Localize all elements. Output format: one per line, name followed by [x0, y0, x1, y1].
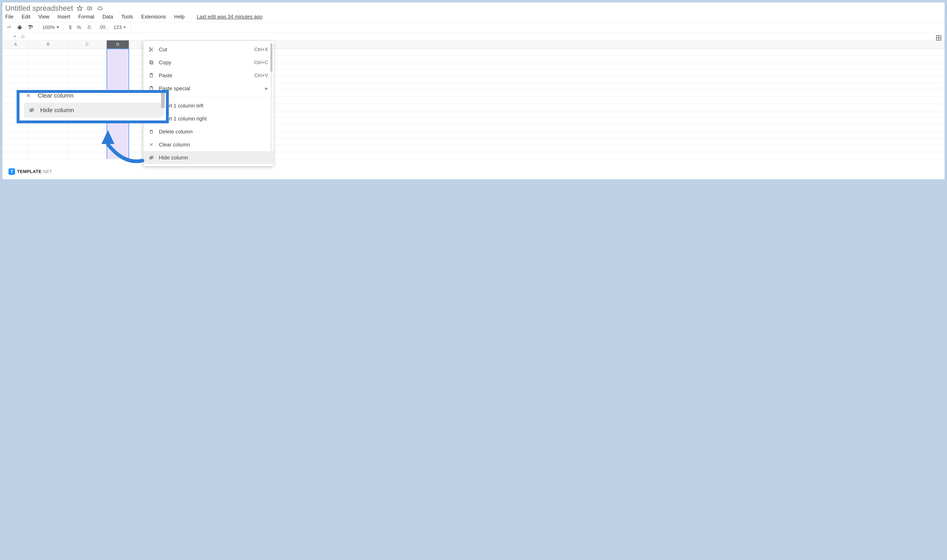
x-icon: [148, 142, 155, 147]
context-hide-column-label: Hide column: [159, 155, 268, 161]
context-insert-right-label: Insert 1 column right: [159, 115, 268, 122]
column-header-a[interactable]: A: [2, 40, 29, 48]
redo-icon[interactable]: [5, 25, 13, 30]
separator: [38, 24, 38, 31]
name-box[interactable]: [2, 33, 18, 40]
print-icon[interactable]: [16, 25, 23, 30]
last-edit-link[interactable]: Last edit was 34 minutes ago: [197, 14, 263, 20]
menu-data[interactable]: Data: [102, 14, 113, 20]
menu-format[interactable]: Format: [78, 14, 94, 20]
svg-point-5: [149, 50, 151, 52]
fx-label: fx: [18, 34, 28, 39]
cloud-icon[interactable]: [97, 6, 103, 11]
context-cut-label: Cut: [159, 46, 250, 53]
context-paste[interactable]: Paste Ctrl+V: [143, 69, 274, 82]
column-header-b[interactable]: B: [29, 40, 68, 48]
context-paste-label: Paste: [159, 72, 250, 79]
formula-bar: fx: [2, 33, 945, 40]
context-insert-left-label: Insert 1 column left: [159, 103, 268, 109]
context-paste-shortcut: Ctrl+V: [254, 72, 268, 78]
move-icon[interactable]: [86, 6, 93, 11]
context-hide-column[interactable]: Hide column: [143, 151, 274, 164]
context-cut[interactable]: Cut Ctrl+X: [143, 43, 274, 56]
more-formats[interactable]: 123: [112, 24, 127, 31]
menu-tools[interactable]: Tools: [121, 14, 133, 20]
svg-rect-9: [149, 61, 152, 63]
svg-marker-26: [102, 130, 114, 144]
context-copy[interactable]: Copy Ctrl+C: [143, 56, 274, 69]
context-clear-column-label: Clear column: [159, 142, 268, 148]
menu-insert[interactable]: Insert: [57, 14, 70, 20]
menu-extensions[interactable]: Extensions: [141, 14, 166, 20]
context-scrollbar[interactable]: [270, 43, 273, 164]
context-copy-shortcut: Ctrl+C: [254, 60, 268, 65]
format-currency[interactable]: $: [68, 24, 72, 31]
x-icon: [26, 93, 33, 98]
app-frame: Untitled spreadsheet File Edit View Inse…: [2, 2, 945, 179]
callout-arrow-icon: [96, 122, 148, 167]
menu-bar: File Edit View Insert Format Data Tools …: [2, 13, 945, 22]
svg-marker-0: [77, 6, 82, 11]
eye-off-icon: [28, 108, 36, 113]
document-title[interactable]: Untitled spreadsheet: [5, 4, 73, 12]
zoom-value: 100%: [42, 25, 55, 30]
context-cut-shortcut: Ctrl+X: [254, 47, 268, 52]
zoom-dropdown[interactable]: 100%: [42, 25, 59, 30]
menu-edit[interactable]: Edit: [22, 14, 30, 20]
column-header-d-selected[interactable]: D: [107, 40, 129, 48]
copy-icon: [148, 60, 155, 65]
column-header-c[interactable]: C: [68, 40, 107, 48]
brand-suffix: .NET: [42, 169, 52, 174]
context-clear-column[interactable]: Clear column: [143, 138, 274, 151]
eye-off-icon: [148, 155, 155, 160]
brand-logo: T TEMPLATE.NET: [9, 168, 52, 175]
context-paste-special-label: Paste special: [159, 85, 261, 92]
increase-decimal[interactable]: .00→: [97, 24, 109, 31]
formula-input[interactable]: [28, 33, 945, 40]
callout-box: Clear column Hide column: [17, 90, 169, 123]
svg-rect-8: [151, 62, 153, 64]
star-icon[interactable]: [77, 5, 83, 11]
callout-scrollbar[interactable]: [161, 90, 165, 116]
scissors-icon: [148, 47, 155, 52]
clipboard-icon: [148, 73, 155, 78]
menu-help[interactable]: Help: [174, 14, 185, 20]
trash-icon: [148, 129, 155, 134]
format-percent[interactable]: %: [75, 24, 82, 31]
separator: [131, 24, 131, 31]
context-delete-column[interactable]: Delete column: [143, 125, 274, 138]
title-bar: Untitled spreadsheet: [2, 2, 945, 13]
menu-file[interactable]: File: [5, 14, 13, 20]
menu-view[interactable]: View: [38, 14, 49, 20]
submenu-caret-icon: ▶: [265, 86, 268, 91]
callout-hide-column-label: Hide column: [40, 107, 74, 114]
callout-hide-column[interactable]: Hide column: [24, 103, 162, 118]
decrease-decimal[interactable]: .0←: [85, 24, 94, 31]
callout-clear-column-label: Clear column: [38, 92, 74, 99]
brand-badge: T: [9, 168, 15, 175]
svg-point-4: [149, 48, 151, 49]
context-copy-label: Copy: [159, 59, 250, 66]
paint-format-icon[interactable]: [26, 24, 34, 31]
borders-icon[interactable]: [936, 35, 942, 41]
callout-clear-column[interactable]: Clear column: [26, 90, 162, 103]
context-delete-column-label: Delete column: [159, 129, 268, 135]
brand-name: TEMPLATE: [17, 169, 42, 174]
toolbar: 100% $ % .0← .00→ 123: [2, 22, 945, 33]
